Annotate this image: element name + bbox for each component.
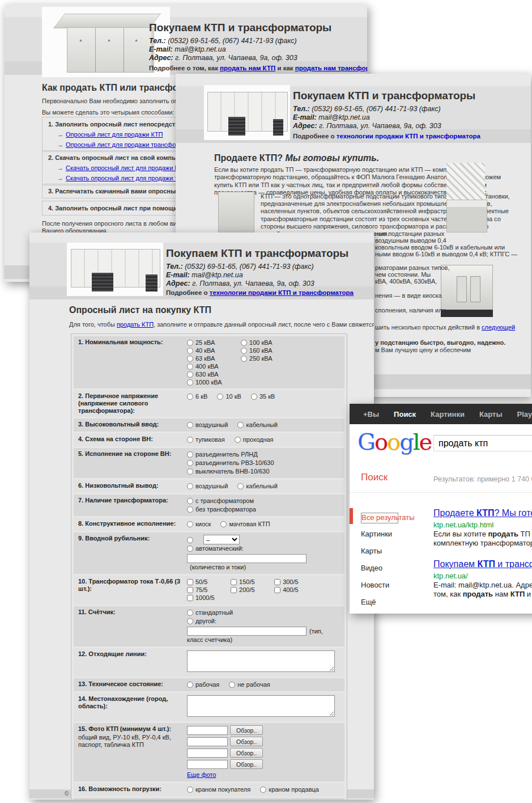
hv-input-radio[interactable]: [237, 422, 244, 428]
ct-checkbox[interactable]: [187, 579, 193, 585]
browse-button[interactable]: Обзор..: [230, 725, 263, 735]
checkbox-option[interactable]: 50/5: [187, 578, 229, 586]
sidebar-item-all-results[interactable]: Все результаты: [361, 513, 398, 523]
nav-plus-you[interactable]: +Вы: [363, 410, 379, 419]
radio-option[interactable]: краном покупателя: [187, 785, 250, 794]
radio-option[interactable]: без трансформатора: [187, 505, 256, 514]
power-radio[interactable]: [187, 371, 193, 378]
radio-option[interactable]: киоск: [187, 520, 211, 529]
radio-option[interactable]: 25 кВА: [187, 339, 239, 346]
radio-option[interactable]: с трансформатором: [187, 497, 254, 505]
search-input[interactable]: [433, 435, 532, 451]
radio-option[interactable]: 40 кВА: [187, 346, 239, 354]
transformer-radio[interactable]: [187, 498, 193, 504]
switch-details-input[interactable]: [187, 554, 307, 563]
radio-option[interactable]: стандартный: [187, 608, 233, 617]
ct-checkbox[interactable]: [187, 587, 193, 593]
photo-file-input[interactable]: [187, 737, 228, 746]
radio-option[interactable]: тупиковая: [187, 436, 225, 444]
download-survey-ktp-link[interactable]: Скачать опросный лист для продажи КТП: [66, 164, 186, 171]
next-page-link[interactable]: следующей: [482, 324, 515, 331]
more-photos-link[interactable]: Еще фото: [187, 771, 216, 778]
ct-checkbox[interactable]: [274, 579, 280, 585]
radio-option[interactable]: [187, 536, 195, 544]
radio-option[interactable]: мачтовая КТП: [220, 520, 270, 529]
lv-output-radio[interactable]: [187, 483, 193, 489]
radio-option[interactable]: не рабочая: [229, 681, 270, 689]
radio-option[interactable]: 6 кВ: [187, 392, 207, 401]
radio-option[interactable]: воздушный: [187, 482, 228, 491]
radio-option[interactable]: автоматический:: [187, 544, 244, 553]
transformer-radio[interactable]: [187, 506, 193, 513]
lv-output-radio[interactable]: [237, 483, 244, 489]
radio-option[interactable]: рабочая: [187, 681, 219, 689]
radio-option[interactable]: разъединитель РЛНД: [187, 450, 258, 459]
nav-maps[interactable]: Карты: [479, 410, 503, 419]
ct-checkbox[interactable]: [187, 595, 193, 601]
voltage-radio[interactable]: [251, 394, 257, 400]
power-radio[interactable]: [187, 364, 193, 370]
construction-radio[interactable]: [187, 521, 193, 527]
sales-technology-link[interactable]: технологии продажи КТП и трансформатора: [337, 133, 480, 140]
power-radio[interactable]: [187, 356, 193, 362]
browse-button[interactable]: Обзор..: [230, 748, 263, 758]
sell-ktp-link[interactable]: продать КТП: [117, 321, 154, 328]
scheme-radio[interactable]: [187, 437, 193, 443]
survey-ktp-link[interactable]: Опросный лист для продажи КТП: [66, 131, 163, 138]
checkbox-option[interactable]: 300/5: [274, 578, 316, 586]
sidebar-item-maps[interactable]: Карты: [361, 547, 382, 555]
radio-option[interactable]: 35 кВ: [251, 392, 275, 401]
radio-option[interactable]: воздушный: [187, 421, 228, 429]
radio-option[interactable]: краном продавца: [260, 785, 319, 794]
sales-technology-link[interactable]: технологии продажи КТП и трансформатора: [210, 289, 354, 296]
checkbox-option[interactable]: 400/5: [274, 586, 316, 594]
checkbox-option[interactable]: 200/5: [231, 586, 273, 594]
ct-checkbox[interactable]: [231, 579, 237, 585]
radio-option[interactable]: разъединитель РВЗ-10/630: [187, 459, 274, 467]
radio-option[interactable]: кабельный: [237, 421, 277, 429]
power-radio[interactable]: [241, 340, 247, 346]
photo-file-input[interactable]: [187, 749, 228, 758]
checkbox-option[interactable]: 1000/5: [187, 594, 229, 602]
power-radio[interactable]: [187, 379, 193, 386]
photo-file-input[interactable]: [187, 760, 228, 769]
ct-checkbox[interactable]: [274, 587, 280, 593]
location-textarea[interactable]: [187, 695, 335, 717]
power-radio[interactable]: [187, 348, 193, 354]
radio-option[interactable]: 100 кВА: [241, 339, 293, 346]
radio-option[interactable]: 250 кВА: [241, 354, 293, 362]
meter-details-input[interactable]: [187, 627, 307, 636]
loading-radio[interactable]: [187, 787, 193, 793]
sidebar-item-images[interactable]: Картинки: [361, 530, 392, 538]
sell-transformer-link[interactable]: продать нам трансформатор: [295, 65, 367, 71]
meter-radio[interactable]: [187, 610, 193, 616]
power-radio[interactable]: [241, 356, 247, 362]
radio-option[interactable]: 63 кВА: [187, 354, 239, 362]
switch-radio[interactable]: [187, 537, 193, 543]
hv-design-radio[interactable]: [187, 451, 193, 458]
radio-option[interactable]: проходная: [235, 436, 274, 444]
power-radio[interactable]: [241, 348, 247, 354]
browse-button[interactable]: Обзор..: [230, 737, 263, 746]
voltage-radio[interactable]: [187, 394, 193, 400]
radio-option[interactable]: 160 кВА: [241, 346, 293, 354]
sell-ktp-link[interactable]: продать нам КТП: [220, 65, 275, 71]
ct-checkbox[interactable]: [231, 587, 237, 593]
hv-design-radio[interactable]: [187, 460, 193, 466]
radio-option[interactable]: 1000 кВА: [187, 378, 239, 386]
power-radio[interactable]: [187, 340, 193, 346]
scheme-radio[interactable]: [235, 437, 241, 443]
radio-option[interactable]: 10 кВ: [217, 392, 241, 401]
radio-option[interactable]: выключатель ВНВ-10/630: [187, 467, 270, 476]
result-2-title-link[interactable]: Покупаем КТП и трансформаторы: [433, 559, 532, 569]
sidebar-item-video[interactable]: Видео: [361, 564, 382, 572]
browse-button[interactable]: Обзор..: [230, 759, 263, 769]
sidebar-item-news[interactable]: Новости: [361, 581, 389, 589]
nav-search[interactable]: Поиск: [394, 410, 416, 419]
nav-play[interactable]: Play: [517, 410, 532, 419]
result-1-title-link[interactable]: Продаете КТП? Мы готовы купить.: [433, 508, 532, 518]
construction-radio[interactable]: [220, 521, 227, 527]
outgoing-lines-textarea[interactable]: [187, 650, 335, 672]
checkbox-option[interactable]: 150/5: [231, 578, 273, 586]
radio-option[interactable]: 400 кВА: [187, 362, 239, 370]
